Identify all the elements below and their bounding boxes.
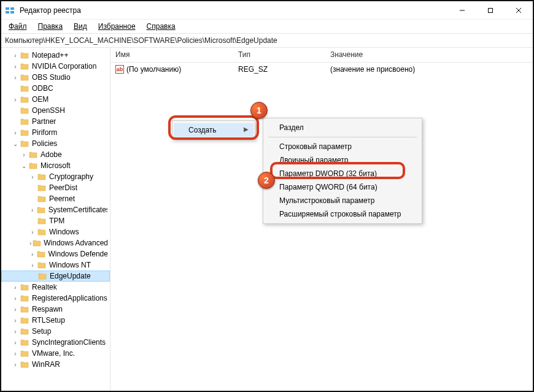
tree-item-label: Windows NT bbox=[49, 261, 91, 269]
ctx-multistring[interactable]: Мультистроковый параметр bbox=[265, 194, 420, 207]
tree-item-label: Notepad++ bbox=[32, 51, 68, 60]
menu-edit[interactable]: Правка bbox=[33, 21, 68, 32]
chevron-right-icon[interactable]: › bbox=[11, 328, 20, 335]
tree-item[interactable]: ›Realtek bbox=[1, 282, 110, 293]
folder-icon bbox=[20, 51, 29, 60]
tree-item-label: TPM bbox=[49, 217, 64, 225]
col-value[interactable]: Значение bbox=[325, 48, 533, 62]
tree-item[interactable]: ›RegisteredApplications bbox=[1, 293, 110, 304]
ctx-qword[interactable]: Параметр QWORD (64 бита) bbox=[265, 180, 420, 194]
folder-icon bbox=[37, 272, 47, 280]
chevron-right-icon[interactable]: › bbox=[11, 284, 20, 291]
tree-item[interactable]: ›Windows Advanced Threat Protection bbox=[1, 237, 110, 248]
menu-help[interactable]: Справка bbox=[142, 21, 180, 32]
address-bar[interactable]: Компьютер\HKEY_LOCAL_MACHINE\SOFTWARE\Po… bbox=[1, 33, 533, 48]
tree-item-label: RTLSetup bbox=[32, 316, 65, 325]
chevron-right-icon[interactable]: › bbox=[11, 129, 20, 136]
menu-view[interactable]: Вид bbox=[69, 21, 92, 32]
tree-item[interactable]: ›Adobe bbox=[1, 149, 110, 160]
tree-item[interactable]: ›Windows Defender bbox=[1, 248, 110, 259]
tree-item-label: Setup bbox=[32, 327, 51, 336]
value-name: (По умолчанию) bbox=[126, 65, 181, 74]
value-type: REG_SZ bbox=[233, 64, 325, 75]
tree-item[interactable]: TPM bbox=[1, 215, 110, 226]
chevron-right-icon[interactable]: › bbox=[11, 295, 20, 302]
tree-item[interactable]: ›SystemCertificates bbox=[1, 204, 110, 215]
svg-rect-0 bbox=[6, 7, 9, 10]
tree-item-label: OEM bbox=[32, 95, 48, 104]
chevron-right-icon[interactable]: › bbox=[11, 339, 20, 346]
menu-favorites[interactable]: Избранное bbox=[93, 21, 141, 32]
tree-item[interactable]: ODBC bbox=[1, 83, 110, 94]
tree-item[interactable]: EdgeUpdate bbox=[1, 271, 110, 282]
tree-item[interactable]: ›Notepad++ bbox=[1, 50, 110, 61]
ctx-expandstring[interactable]: Расширяемый строковый параметр bbox=[265, 207, 420, 221]
chevron-down-icon[interactable]: ⌄ bbox=[11, 140, 20, 147]
tree-item[interactable]: ›NVIDIA Corporation bbox=[1, 61, 110, 72]
badge-1: 1 bbox=[250, 102, 268, 119]
svg-rect-1 bbox=[10, 7, 14, 10]
chevron-right-icon[interactable]: › bbox=[11, 350, 20, 357]
chevron-right-icon[interactable]: › bbox=[11, 74, 20, 81]
tree-item[interactable]: Partner bbox=[1, 116, 110, 127]
tree-item-label: NVIDIA Corporation bbox=[32, 62, 96, 71]
tree-item-label: OBS Studio bbox=[32, 73, 71, 82]
list-view[interactable]: Имя Тип Значение ab (По умолчанию) REG_S… bbox=[110, 48, 533, 391]
svg-rect-2 bbox=[6, 11, 9, 13]
folder-icon bbox=[20, 305, 29, 313]
tree-item[interactable]: ›WinRAR bbox=[1, 359, 110, 370]
ctx-binary[interactable]: Двоичный параметр bbox=[265, 153, 420, 167]
chevron-right-icon[interactable]: › bbox=[11, 96, 20, 103]
tree-item[interactable]: ›VMware, Inc. bbox=[1, 348, 110, 359]
folder-icon bbox=[37, 194, 47, 203]
list-row[interactable]: ab (По умолчанию) REG_SZ (значение не пр… bbox=[110, 63, 533, 76]
chevron-right-icon[interactable]: › bbox=[11, 63, 20, 70]
ctx-create[interactable]: Создать ▶ bbox=[174, 123, 253, 137]
chevron-right-icon[interactable]: › bbox=[28, 262, 37, 269]
folder-icon bbox=[33, 239, 41, 247]
menu-file[interactable]: Файл bbox=[4, 21, 32, 32]
titlebar: Редактор реестра bbox=[1, 1, 533, 20]
ctx-dword[interactable]: Параметр DWORD (32 бита) bbox=[265, 167, 420, 180]
chevron-right-icon[interactable]: › bbox=[28, 240, 33, 247]
chevron-down-icon[interactable]: ⌄ bbox=[20, 163, 28, 169]
tree-item[interactable]: Peernet bbox=[1, 193, 110, 204]
chevron-right-icon[interactable]: › bbox=[11, 52, 20, 59]
minimize-button[interactable] bbox=[448, 1, 476, 19]
chevron-right-icon[interactable]: › bbox=[20, 152, 28, 158]
tree-item[interactable]: ›Respawn bbox=[1, 304, 110, 315]
col-type[interactable]: Тип bbox=[233, 48, 325, 62]
col-name[interactable]: Имя bbox=[110, 48, 233, 62]
chevron-right-icon[interactable]: › bbox=[11, 306, 20, 313]
close-button[interactable] bbox=[505, 1, 533, 19]
tree-item[interactable]: ›OEM bbox=[1, 94, 110, 105]
chevron-right-icon[interactable]: › bbox=[28, 229, 37, 236]
chevron-right-icon[interactable]: › bbox=[28, 251, 36, 258]
folder-icon bbox=[20, 73, 29, 82]
ctx-string[interactable]: Строковый параметр bbox=[265, 140, 420, 153]
tree-item[interactable]: ⌄Microsoft bbox=[1, 160, 110, 171]
tree-item[interactable]: ›RTLSetup bbox=[1, 315, 110, 326]
chevron-right-icon[interactable]: › bbox=[28, 207, 36, 213]
maximize-button[interactable] bbox=[476, 1, 505, 19]
chevron-right-icon[interactable]: › bbox=[11, 317, 20, 324]
tree-item-label: EdgeUpdate bbox=[50, 272, 91, 280]
tree-item[interactable]: ›Setup bbox=[1, 326, 110, 337]
tree-item[interactable]: ›Piriform bbox=[1, 127, 110, 138]
separator bbox=[268, 137, 417, 137]
tree-item[interactable]: ⌄Policies bbox=[1, 138, 110, 149]
chevron-right-icon[interactable]: › bbox=[28, 174, 37, 180]
tree-item[interactable]: PeerDist bbox=[1, 182, 110, 193]
tree-item[interactable]: ›Cryptography bbox=[1, 171, 110, 182]
tree-item[interactable]: OpenSSH bbox=[1, 105, 110, 116]
tree-item[interactable]: ›Windows NT bbox=[1, 259, 110, 271]
ctx-key[interactable]: Раздел bbox=[265, 121, 420, 134]
tree-item-label: Adobe bbox=[41, 150, 62, 159]
tree-item[interactable]: ›OBS Studio bbox=[1, 72, 110, 83]
folder-icon bbox=[20, 316, 29, 325]
folder-icon bbox=[20, 117, 29, 126]
tree-item[interactable]: ›Windows bbox=[1, 226, 110, 237]
tree-item[interactable]: ›SyncIntegrationClients bbox=[1, 337, 110, 348]
tree-view[interactable]: ›Notepad++›NVIDIA Corporation›OBS Studio… bbox=[1, 48, 110, 391]
chevron-right-icon[interactable]: › bbox=[11, 361, 20, 368]
